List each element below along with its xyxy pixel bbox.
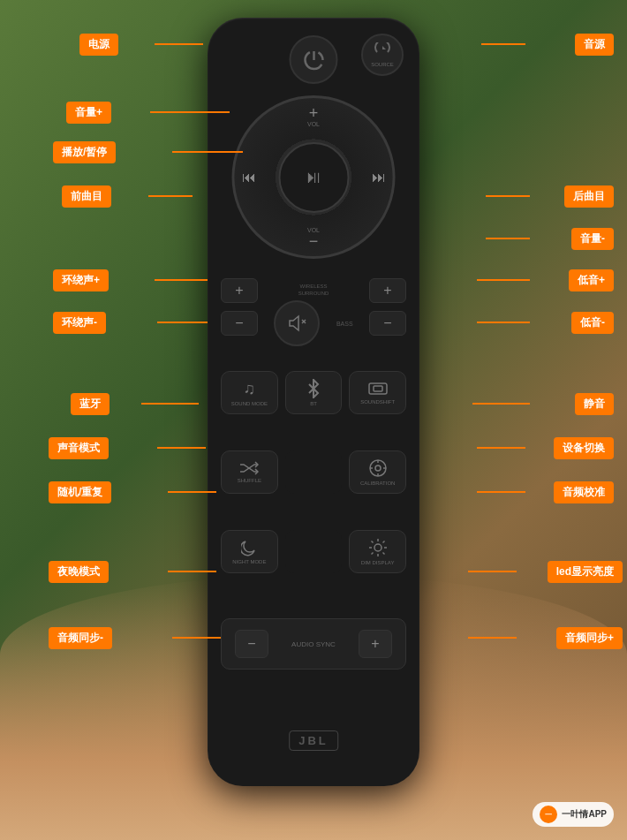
line-audio-sync-plus: [468, 637, 517, 639]
label-audio-sync-minus: 音频同步-: [49, 627, 112, 649]
remote-control: SOURCE + VOL VOL − ⏮ ⏭ ⏯ + WIRE: [208, 18, 419, 786]
play-pause-button[interactable]: ⏯: [278, 142, 349, 213]
svg-marker-2: [290, 316, 298, 330]
bass-plus-button[interactable]: +: [369, 278, 406, 303]
button-grid-row1: ♫ SOUND MODE BT SOUNDSHIFT: [221, 371, 406, 414]
svg-point-13: [374, 544, 381, 551]
watermark: 一 一叶情APP: [533, 802, 614, 827]
jbl-logo: JBL: [289, 730, 338, 751]
line-sound-mode: [157, 447, 206, 449]
surround-plus-button[interactable]: +: [221, 278, 258, 303]
dim-display-label: DIM DISPLAY: [361, 560, 395, 565]
label-surround-down: 环绕声-: [53, 312, 106, 334]
night-mode-button[interactable]: NIGHT MODE: [221, 530, 278, 573]
label-bass-down: 低音-: [571, 312, 614, 334]
mute-button[interactable]: [274, 300, 320, 346]
line-source: [481, 43, 525, 45]
shuffle-label: SHUFFLE: [238, 478, 261, 483]
bt-button[interactable]: BT: [285, 371, 343, 414]
line-mute: [472, 403, 530, 405]
audio-sync-row: − AUDIO SYNC +: [221, 618, 406, 670]
ws-label: WIRELESSSURROUND: [298, 284, 329, 298]
source-button[interactable]: SOURCE: [361, 34, 404, 76]
shuffle-icon: [239, 461, 259, 475]
watermark-icon: 一: [540, 806, 557, 823]
svg-line-18: [371, 541, 373, 543]
label-led: led显示亮度: [548, 561, 623, 583]
label-bluetooth: 蓝牙: [71, 393, 110, 415]
label-audio-sync-plus: 音频同步+: [556, 627, 623, 649]
line-surround-up: [155, 279, 208, 281]
empty-slot: [285, 450, 343, 494]
line-surround-down: [157, 322, 208, 323]
label-night-mode: 夜晚模式: [49, 561, 109, 583]
label-play-pause: 播放/暂停: [53, 141, 116, 163]
dim-display-button[interactable]: DIM DISPLAY: [349, 530, 406, 573]
volume-wheel[interactable]: + VOL VOL − ⏮ ⏭ ⏯: [232, 95, 396, 259]
label-power: 电源: [79, 34, 118, 56]
power-icon: [301, 48, 326, 72]
night-mode-label: NIGHT MODE: [232, 559, 266, 564]
bt-label: BT: [310, 401, 317, 406]
svg-line-19: [382, 553, 384, 555]
dim-display-icon: [368, 538, 388, 557]
button-grid-row3: NIGHT MODE DIM DISPLAY: [221, 530, 406, 573]
bluetooth-icon: [306, 379, 321, 398]
prev-button[interactable]: ⏮: [242, 170, 256, 185]
mute-row: − BASS −: [221, 300, 406, 346]
vol-down-area[interactable]: VOL −: [307, 227, 320, 249]
label-shuffle: 随机/重复: [49, 481, 111, 503]
surround-bass-plus-row: + WIRELESSSURROUND +: [221, 278, 406, 303]
label-sound-mode: 声音模式: [49, 437, 109, 459]
svg-rect-5: [369, 383, 387, 394]
calibration-label: CALIBRATION: [360, 481, 396, 486]
soundshift-icon: [368, 381, 388, 397]
line-shuffle: [168, 491, 216, 493]
mute-icon: [286, 313, 307, 334]
label-surround-up: 环绕声+: [53, 269, 109, 291]
audio-sync-plus-button[interactable]: +: [359, 630, 392, 658]
line-play-pause: [172, 151, 243, 153]
label-bass-up: 低音+: [569, 269, 614, 291]
line-vol-up: [150, 111, 230, 113]
calibration-button[interactable]: CALIBRATION: [349, 450, 406, 494]
surround-minus-button[interactable]: −: [221, 311, 258, 336]
soundshift-button[interactable]: SOUNDSHIFT: [349, 371, 406, 414]
label-device-switch: 设备切换: [554, 437, 614, 459]
label-source: 音源: [575, 34, 614, 56]
night-mode-icon: [241, 539, 257, 556]
vol-label: VOL: [307, 121, 320, 127]
soundshift-label: SOUNDSHIFT: [360, 399, 395, 405]
label-calibration: 音频校准: [554, 481, 614, 503]
bass-label: BASS: [336, 321, 353, 327]
line-vol-down: [486, 238, 530, 239]
svg-line-20: [382, 541, 384, 543]
audio-sync-label: AUDIO SYNC: [291, 640, 336, 648]
calibration-icon: [368, 458, 388, 478]
line-bluetooth: [141, 403, 199, 405]
shuffle-button[interactable]: SHUFFLE: [221, 450, 278, 494]
watermark-text: 一叶情APP: [562, 808, 607, 821]
label-next: 后曲目: [564, 185, 614, 208]
bass-minus-button[interactable]: −: [369, 311, 406, 336]
source-label: SOURCE: [371, 62, 394, 67]
source-icon: [373, 42, 392, 62]
line-calibration: [477, 491, 525, 493]
sound-mode-label: SOUND MODE: [231, 401, 268, 406]
ws-label-area: WIRELESSSURROUND: [298, 284, 329, 298]
label-vol-up: 音量+: [66, 102, 111, 124]
sound-mode-button[interactable]: ♫ SOUND MODE: [221, 371, 278, 414]
line-next: [486, 195, 530, 197]
next-button[interactable]: ⏭: [372, 170, 386, 185]
audio-sync-minus-button[interactable]: −: [235, 630, 268, 658]
svg-point-8: [375, 465, 381, 471]
button-grid-row2: SHUFFLE CALIBRATION: [221, 450, 406, 494]
vol-up-area[interactable]: + VOL: [307, 105, 320, 127]
power-button[interactable]: [290, 35, 338, 84]
line-bass-up: [477, 279, 530, 281]
line-bass-down: [477, 322, 530, 323]
line-audio-sync-minus: [172, 637, 221, 639]
label-vol-down: 音量-: [571, 228, 614, 250]
svg-rect-6: [374, 386, 382, 391]
label-mute: 静音: [575, 393, 614, 415]
